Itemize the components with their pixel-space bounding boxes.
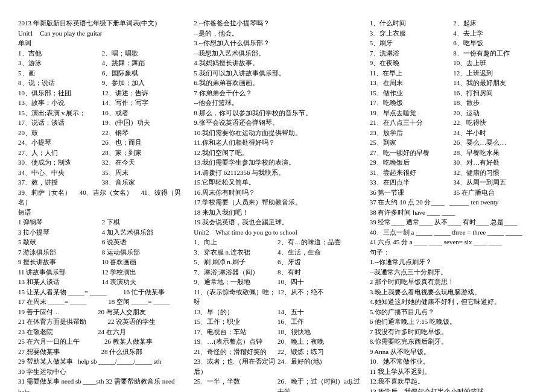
text-line: 8.那么，你可以参加我们学校的音乐节。 (194, 108, 361, 118)
pair-left: 23、或者；也 （用在否定词后） (194, 356, 278, 376)
pair-left: 9、在夜晚 (370, 58, 454, 68)
pair-row: 31、尝起来很好32、健康的习惯 (370, 168, 537, 178)
pair-right: 18、散步 (453, 98, 537, 108)
text-line: 14.请拨打 62112356 与我联系。 (194, 168, 361, 178)
text-line: 11 我上学从不迟到。 (370, 367, 537, 377)
pair-left: 1、什么时间 (370, 18, 454, 28)
pair-row: 19、早点去睡觉20、运动 (370, 108, 537, 118)
pair-right: 6、吃早饭 (453, 38, 537, 48)
pair-left: 30、使成为；制造 (18, 157, 102, 168)
pair-right: 8 运动俱乐部 (102, 247, 186, 258)
pair-right: 12、讲述；告诉 (102, 88, 186, 98)
text-line: 4.我妈妈擅长讲故事。 (194, 58, 361, 68)
pair-row: 5 敲鼓6 说英语 (18, 237, 185, 247)
text-line: 3.--你想加入什么俱乐部？ (194, 38, 361, 48)
column-2: 2.--你爸爸会拉小提琴吗？--是的，他会。3.--你想加入什么俱乐部？--我想… (194, 18, 361, 392)
pair-row: 13、早（的）14、五十 (194, 307, 361, 317)
text-line: 2 那个时间吃早饭真有意思！ (370, 277, 537, 287)
text-line: 19.我会说英语，我也会踢足球。 (194, 217, 361, 227)
text-line: 31 需要做某事 need sb ____sth 32 需要帮助教音乐 need… (18, 376, 185, 392)
text-line: 13.我们需要学生参加学校的表演。 (194, 157, 361, 168)
pair-right: 14、我的最好朋友 (453, 78, 537, 88)
pair-left: 15、演出;表演 v.展示； (18, 108, 102, 118)
pair-right: 2、起床 (453, 18, 537, 28)
pair-row: 13 和某人谈话14 表演功夫 (18, 277, 185, 287)
text-line: --我通常六点三十分刷牙。 (370, 267, 537, 277)
pair-left: 7、洗淋浴 (370, 48, 454, 58)
pair-left: 13、故事；小说 (18, 98, 102, 108)
pair-left: 27、吃一顿好的早餐 (370, 148, 454, 158)
pair-row: 15、做作业16、打扫房间 (370, 88, 537, 98)
pair-row: 1 弹钢琴2 下棋 (18, 217, 185, 227)
pair-left: 17、说话；谈话 (18, 118, 102, 128)
pair-row: 3、穿上衣服4、去上学 (370, 28, 537, 39)
text-line: 40、三点一刻 a _____ _____ three = three ____… (370, 227, 537, 238)
pair-left: 37、教，讲授 (18, 177, 102, 188)
text-line: 5.我们可以加入讲故事俱乐部。 (194, 68, 361, 78)
pair-row: 27、人；人们28、家；到家 (18, 148, 185, 158)
word-pairs: 1、吉他2、唱；唱歌3、游泳4、跳舞；舞蹈5、画6、国际象棋8、说；说话9、参加… (18, 48, 185, 188)
pair-row: 21、在八点三十分22、吃得快 (370, 118, 537, 128)
pair-left: 25、到家 (370, 138, 454, 148)
text-line: 5.你的广播节目几点？ (370, 307, 537, 317)
pair-right: 8、有时 (278, 267, 361, 277)
pair-right: 26、晚于；过（时间）adj.过去的 (278, 376, 361, 392)
pair-right: 12、从不；绝不 (278, 287, 361, 307)
pair-row: 1、向上2、有…的味道；品尝 (194, 237, 361, 247)
phrase-lines: 15 让某人看某物 _____= _____ 16 忙于做某事17 在周末 __… (18, 287, 185, 393)
pair-row: 15、演出;表演 v.展示；16、或者 (18, 108, 185, 118)
pair-left: 13、早（的） (194, 307, 278, 317)
c2-lines: 2.--你爸爸会拉小提琴吗？--是的，他会。3.--你想加入什么俱乐部？--我想… (194, 18, 361, 237)
pair-left: 36 第一节课 (370, 188, 454, 198)
pair-left: 15、工作；职业 (194, 317, 278, 327)
pair-row: 3、游泳4、跳舞；舞蹈 (18, 58, 185, 68)
pair-left: 21、在八点三十分 (370, 118, 454, 128)
pair-left: 8、说；说话 (18, 78, 102, 88)
pair-left: 17、电视台；车站 (194, 327, 278, 337)
pair-right: 16、打扫房间 (453, 88, 537, 98)
pair-left: 9、通常地；一般地 (194, 277, 278, 287)
text-line: 句子： (370, 247, 537, 258)
pair-left: 5、刷牙 (370, 38, 454, 48)
pair-right: 24、半小时 (453, 128, 537, 138)
pair-left: 21、奇怪的；滑稽好笑的 (194, 347, 278, 357)
pair-right: 26、要么…要么… (453, 138, 537, 148)
text-line: 8.你需要吃完东西后刷牙。 (370, 337, 537, 347)
pair-left: 11、在早上 (370, 68, 454, 78)
pair-right: 6、国际象棋 (102, 68, 186, 78)
pair-row: 21、奇怪的；滑稽好笑的22、锻炼；练习 (194, 347, 361, 357)
pair-row: 33、在四点半34、从周一到周五 (370, 177, 537, 188)
pair-left: 34、中心、中央 (18, 168, 102, 178)
pair-right: 2、有…的味道；品尝 (278, 237, 361, 247)
pair-left: 13、在周末 (370, 78, 454, 88)
text-line: 27 想要做某事 28 什么俱乐部 (18, 347, 185, 357)
pair-right: 35 在广播电台 (453, 188, 537, 198)
text-line: Unit2 What time do you go to school (194, 227, 361, 238)
pair-row: 24、小提琴26、也；而且 (18, 138, 185, 148)
pair-left: 11、(表示惊奇或敬佩）哇；呀 (194, 287, 278, 307)
text-line: --是的，他会。 (194, 28, 361, 39)
text-line: 17 在周末 _____= _____ 18 空闲 _____= _____ (18, 297, 185, 307)
text-line: 13.放学后，我偶尔会打半个小时的篮球。 (370, 387, 537, 393)
text-line: 15 让某人看某物 _____= _____ 16 忙于做某事 (18, 287, 185, 297)
pair-row: 13、在周末14、我的最好朋友 (370, 78, 537, 88)
unit1-heading: Unit1 Can you play the guitar (18, 28, 185, 39)
pair-left: 31、尝起来很好 (370, 168, 454, 178)
text-line: 10、她不常做作业。 (370, 356, 537, 367)
pair-row: 30、使成为；制造32、在今天 (18, 157, 185, 168)
pair-row: 5、画6、国际象棋 (18, 68, 185, 78)
pair-right: 2、唱；唱歌 (102, 48, 186, 58)
text-line: 41 六点 45 分 a ____ ____ seven= six ____ _… (370, 237, 537, 247)
pair-left: 1、向上 (194, 237, 278, 247)
pair-row: 27、吃一顿好的早餐28、早餐吃水果 (370, 148, 537, 158)
pair-row: 29、吃晚饭后30、对…有好处 (370, 157, 537, 168)
pair-left: 17、吃晚饭 (370, 98, 454, 108)
pair-left: 3、穿上衣服 (370, 28, 454, 39)
pair-left: 3 拉小提琴 (18, 227, 102, 238)
pair-row: 23、放学后24、半小时 (370, 128, 537, 138)
text-line: 17.学校需要（人员来）帮助教音乐。 (194, 197, 361, 207)
pair-row: 23、或者；也 （用在否定词后）24、最好的(地) (194, 356, 361, 376)
text-line: 7 我没有许多时间吃早饭。 (370, 327, 537, 337)
pair-row: 9、通常地；一般地10、四十 (194, 277, 361, 287)
text-line: 6 他们通常晚上 7:15 吃晚饭。 (370, 317, 537, 327)
